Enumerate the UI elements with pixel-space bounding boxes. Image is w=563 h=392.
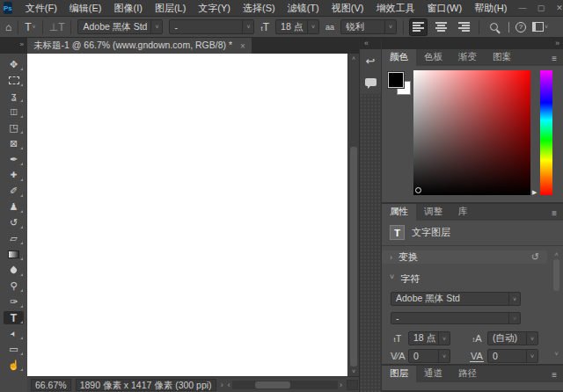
close-icon[interactable]: × <box>240 41 245 51</box>
scroll-left-icon[interactable]: ‹ <box>228 381 230 389</box>
tab-properties[interactable]: 属性 <box>382 204 416 221</box>
char-font-family-select[interactable]: Adobe 黑体 Std ˅ <box>391 292 521 306</box>
history-panel-icon[interactable]: ↩ <box>366 55 376 67</box>
tool-clone-stamp[interactable]: ♟ <box>4 200 24 214</box>
tool-eraser[interactable]: ▱ <box>4 232 24 245</box>
document-tab[interactable]: 未标题-1 @ 66.7% (www.gndown.com, RGB/8) * … <box>27 38 252 54</box>
tab-swatches[interactable]: 色板 <box>416 49 450 66</box>
menu-view[interactable]: 视图(V) <box>325 0 370 17</box>
tool-brush[interactable]: ✐ <box>4 185 24 198</box>
properties-scrollbar[interactable]: ˄ ˅ <box>552 251 561 357</box>
character-section-header[interactable]: ˅ 字符 <box>382 265 563 289</box>
horizontal-scrollbar[interactable]: ‹ › <box>228 377 342 392</box>
vertical-scroll-track[interactable] <box>348 63 359 367</box>
tool-object-selection[interactable]: ◫ <box>4 105 24 119</box>
zoom-level-field[interactable]: 66.67% <box>31 379 71 391</box>
font-size-select[interactable]: 18 点 ˅ <box>275 19 319 34</box>
tab-color[interactable]: 颜色 <box>382 49 416 66</box>
toolbox-collapse-button[interactable]: » <box>0 38 27 54</box>
properties-scroll-thumb[interactable] <box>553 259 559 291</box>
color-picker-circle[interactable] <box>415 187 421 193</box>
status-menu-arrow-icon[interactable]: › <box>221 381 223 389</box>
dock-collapse-left[interactable]: « <box>360 38 381 49</box>
tool-history-brush[interactable]: ↺ <box>4 216 24 229</box>
workspace-switcher[interactable]: ˅ <box>532 22 548 32</box>
tool-gradient[interactable] <box>4 248 24 261</box>
tab-channels[interactable]: 通道 <box>416 366 450 382</box>
maximize-icon[interactable]: ▢ <box>531 0 550 16</box>
dock-collapse-right[interactable]: » <box>382 38 563 49</box>
tool-spot-healing-brush[interactable]: ✚ <box>4 169 24 182</box>
close-icon[interactable]: ✕ <box>550 0 563 16</box>
text-orientation-icon[interactable]: ⊥T <box>49 21 65 33</box>
menu-layer[interactable]: 图层(L) <box>149 0 192 17</box>
scroll-down-icon[interactable]: ˅ <box>554 351 558 357</box>
menu-file[interactable]: 文件(F) <box>19 0 63 17</box>
canvas[interactable] <box>27 54 347 376</box>
font-style-select[interactable]: - ˅ <box>169 19 254 34</box>
tab-adjustments[interactable]: 调整 <box>416 204 450 221</box>
char-font-style-select[interactable]: - ˅ <box>391 312 521 324</box>
tool-preset-picker[interactable]: T ˅ <box>25 21 35 33</box>
tool-blur[interactable] <box>4 264 24 277</box>
tool-dodge[interactable]: ⚲ <box>4 279 24 293</box>
scroll-down-icon[interactable]: ˅ <box>352 367 355 376</box>
menu-edit[interactable]: 编辑(E) <box>63 0 108 17</box>
search-button[interactable] <box>486 19 502 35</box>
panel-menu-icon[interactable]: ≡ <box>552 54 557 63</box>
scroll-up-icon[interactable]: ˄ <box>554 251 558 258</box>
transform-section-header[interactable]: › 变换 ↺ <box>382 250 547 264</box>
char-leading-select[interactable]: (自动) ˅ <box>487 331 538 345</box>
home-icon[interactable]: ⌂ <box>5 21 11 33</box>
menu-type[interactable]: 文字(Y) <box>192 0 237 17</box>
menu-help[interactable]: 帮助(H) <box>468 0 513 17</box>
tool-crop[interactable]: ◳ <box>4 121 24 134</box>
font-family-select[interactable]: Adobe 黑体 Std ˅ <box>77 19 163 34</box>
tab-gradients[interactable]: 渐变 <box>450 49 485 66</box>
char-kerning-select[interactable]: 0 ˅ <box>408 349 450 363</box>
menu-window[interactable]: 窗口(W) <box>420 0 468 17</box>
menu-filter[interactable]: 滤镜(T) <box>282 0 325 17</box>
reset-icon[interactable]: ↺ <box>531 251 539 263</box>
align-left-button[interactable] <box>410 19 427 35</box>
tool-hand[interactable]: ☝ <box>4 359 24 372</box>
anti-alias-select[interactable]: 锐利 ˅ <box>340 19 397 34</box>
help-icon[interactable]: ? <box>515 22 526 33</box>
align-right-button[interactable] <box>456 19 472 35</box>
menu-plugins[interactable]: 增效工具 <box>369 0 420 17</box>
tool-type[interactable]: T <box>4 311 24 324</box>
tab-paths[interactable]: 路径 <box>450 366 485 382</box>
tool-frame[interactable]: ⊠ <box>4 137 24 150</box>
tab-libraries[interactable]: 库 <box>450 204 476 221</box>
foreground-color-swatch[interactable] <box>388 72 404 88</box>
chevron-down-icon: ˅ <box>150 20 162 33</box>
tool-rectangle-shape[interactable]: ▭ <box>4 343 24 356</box>
tool-lasso[interactable]: ʓ <box>4 90 24 103</box>
menu-image[interactable]: 图像(I) <box>108 0 149 17</box>
panel-menu-icon[interactable]: ≡ <box>552 208 557 218</box>
panel-menu-icon[interactable]: ≡ <box>552 370 557 380</box>
tab-patterns[interactable]: 图案 <box>485 49 519 66</box>
separator <box>70 20 71 34</box>
scroll-right-icon[interactable]: › <box>340 381 342 389</box>
horizontal-scroll-thumb[interactable] <box>255 381 290 388</box>
tool-pen[interactable]: ✑ <box>4 295 24 309</box>
char-font-size-select[interactable]: 18 点 ˅ <box>408 331 450 345</box>
tool-eyedropper[interactable]: ✒ <box>4 153 24 166</box>
comments-panel-icon[interactable] <box>365 78 377 86</box>
horizontal-scroll-track[interactable] <box>232 381 338 389</box>
tool-path-selection[interactable]: ➤ <box>4 327 24 340</box>
tool-move[interactable]: ✥ <box>4 58 24 71</box>
tab-layers[interactable]: 图层 <box>382 366 416 382</box>
vertical-scroll-thumb[interactable] <box>350 147 357 367</box>
hue-slider-pointer-icon[interactable]: ▶ <box>532 189 537 196</box>
minimize-icon[interactable]: — <box>513 0 531 16</box>
align-center-button[interactable] <box>433 19 450 35</box>
menu-select[interactable]: 选择(S) <box>237 0 282 17</box>
tool-rectangular-marquee[interactable] <box>4 74 24 87</box>
scroll-up-icon[interactable]: ˄ <box>352 54 355 63</box>
hue-slider[interactable] <box>540 70 552 195</box>
char-tracking-select[interactable]: 0 ˅ <box>487 349 538 363</box>
saturation-brightness-field[interactable] <box>413 70 530 195</box>
vertical-scrollbar[interactable]: ˄ ˅ <box>347 54 359 376</box>
